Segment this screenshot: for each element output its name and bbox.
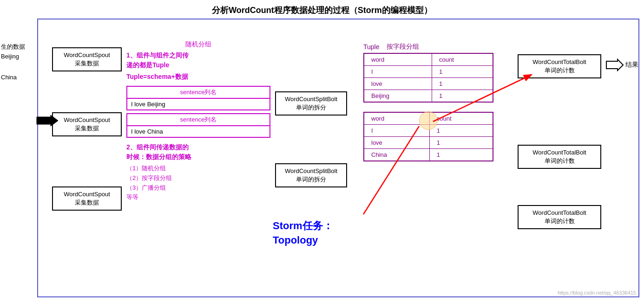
table2-row3-word: China bbox=[364, 149, 429, 161]
table2-row1-count: 1 bbox=[429, 125, 493, 137]
table1-row2-word: love bbox=[364, 78, 432, 90]
spout1-name: WordCountSpout bbox=[58, 51, 116, 59]
sentence-box-1: sentence列名 I love Beijing bbox=[126, 86, 270, 110]
split-bolt-2: WordCountSplitBolt 单词的拆分 bbox=[275, 163, 347, 187]
total2-name: WordCountTotalBolt bbox=[523, 148, 596, 157]
input-label-1: 生的数据 bbox=[1, 43, 38, 51]
tuple-header-row: Tuple 按字段分组 bbox=[363, 43, 493, 51]
sentence-header-2: sentence列名 bbox=[127, 114, 269, 126]
highlight-circle bbox=[419, 111, 438, 130]
sub-items: （1）随机分组 （2）按字段分组 （3）广播分组 等等 bbox=[126, 164, 270, 202]
table2-header-count: count bbox=[429, 112, 493, 125]
split1-name: WordCountSplitBolt bbox=[281, 95, 342, 103]
result-arrow-icon bbox=[605, 58, 624, 71]
sentence-header-1: sentence列名 bbox=[127, 87, 269, 99]
table1-row1-count: 1 bbox=[432, 66, 493, 78]
step2-text: 2、组件间传递数据的 时候：数据分组的策略 bbox=[126, 142, 270, 162]
sentence-box-2: sentence列名 I love China bbox=[126, 113, 270, 138]
table2-row2-word: love bbox=[364, 137, 429, 149]
table1-row2-count: 1 bbox=[432, 78, 493, 90]
total1-name: WordCountTotalBolt bbox=[523, 58, 596, 66]
field-group-label: 按字段分组 bbox=[387, 43, 419, 51]
input-arrow bbox=[36, 114, 59, 129]
svg-marker-1 bbox=[37, 115, 58, 126]
input-arrow-icon bbox=[36, 114, 59, 127]
total1-desc: 单词的计数 bbox=[523, 66, 596, 75]
total3-name: WordCountTotalBolt bbox=[523, 209, 596, 217]
result-area: 结果 bbox=[605, 58, 638, 71]
spout-box-3: WordCountSpout 采集数据 bbox=[52, 186, 122, 211]
random-group-label: 随机分组 bbox=[126, 40, 270, 49]
storm-task: Storm任务： Topology bbox=[273, 219, 333, 248]
result-label: 结果 bbox=[625, 61, 638, 69]
table2-row3-count: 1 bbox=[429, 149, 493, 161]
spout3-name: WordCountSpout bbox=[58, 190, 116, 199]
split2-desc: 单词的拆分 bbox=[281, 175, 342, 184]
total-bolt-3: WordCountTotalBolt 单词的计数 bbox=[518, 205, 601, 229]
step1-text: 1、组件与组件之间传 递的都是Tuple bbox=[126, 51, 270, 70]
spout3-desc: 采集数据 bbox=[58, 199, 116, 207]
spout2-desc: 采集数据 bbox=[58, 124, 116, 133]
page-title: 分析WordCount程序数据处理的过程（Storm的编程模型） bbox=[0, 0, 644, 19]
spout-box-2: WordCountSpout 采集数据 bbox=[52, 112, 122, 136]
watermark: https://blog.csdn.net/qq_46336415 bbox=[558, 290, 636, 296]
main-container: 生的数据 Beijing China WordCountSpout 采集数据 W… bbox=[37, 19, 639, 297]
split2-name: WordCountSplitBolt bbox=[281, 167, 342, 175]
total-bolt-2: WordCountTotalBolt 单词的计数 bbox=[518, 145, 601, 169]
input-label-2: Beijing bbox=[1, 53, 38, 60]
spout1-desc: 采集数据 bbox=[58, 59, 116, 68]
split-bolt-1: WordCountSplitBolt 单词的拆分 bbox=[275, 91, 347, 116]
table1-row1-word: I bbox=[364, 66, 432, 78]
table1-header-word: word bbox=[364, 53, 432, 66]
tuple-area: Tuple 按字段分组 word count I 1 love 1 Beijin… bbox=[363, 43, 493, 161]
table1-row3-count: 1 bbox=[432, 90, 493, 103]
sentence-content-1: I love Beijing bbox=[127, 99, 269, 109]
spout-box-1: WordCountSpout 采集数据 bbox=[52, 47, 122, 71]
left-inputs: 生的数据 Beijing China bbox=[1, 43, 38, 81]
table1-row3-word: Beijing bbox=[364, 90, 432, 103]
table2-row2-count: 1 bbox=[429, 137, 493, 149]
annotation-area: 随机分组 1、组件与组件之间传 递的都是Tuple Tuple=schema+数… bbox=[126, 40, 270, 202]
split1-desc: 单词的拆分 bbox=[281, 103, 342, 112]
table1-header-count: count bbox=[432, 53, 493, 66]
svg-marker-0 bbox=[606, 59, 623, 71]
table2-row1-word: I bbox=[364, 125, 429, 137]
total2-desc: 单词的计数 bbox=[523, 157, 596, 165]
input-label-3: China bbox=[1, 74, 38, 81]
spout2-name: WordCountSpout bbox=[58, 116, 116, 124]
total3-desc: 单词的计数 bbox=[523, 217, 596, 225]
tuple-label: Tuple bbox=[363, 43, 380, 51]
tuple-def: Tuple=schema+数据 bbox=[126, 73, 270, 81]
total-bolt-1: WordCountTotalBolt 单词的计数 bbox=[518, 54, 601, 78]
sentence-content-2: I love China bbox=[127, 126, 269, 137]
tuple-table-1: word count I 1 love 1 Beijing 1 bbox=[363, 53, 493, 103]
